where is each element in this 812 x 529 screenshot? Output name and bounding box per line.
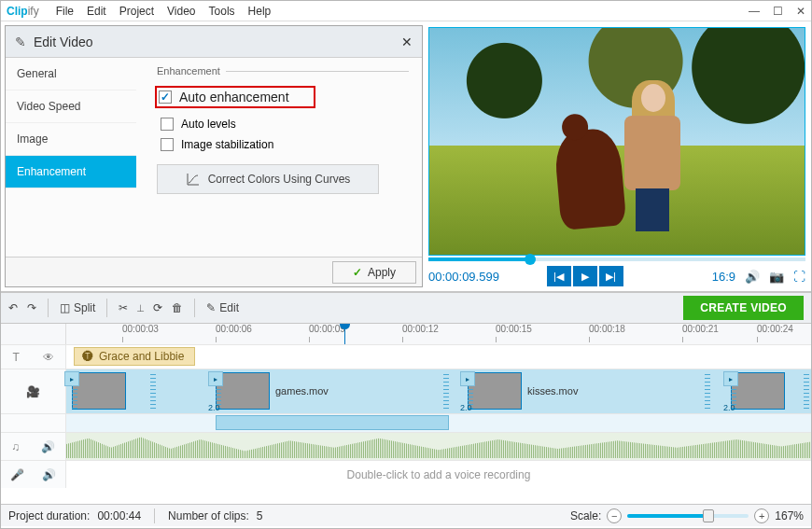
video-clip[interactable]: 2.0 (731, 371, 809, 411)
clip-count-value: 5 (257, 509, 263, 522)
window-maximize-icon[interactable]: ☐ (773, 5, 783, 18)
menu-help[interactable]: Help (248, 5, 272, 18)
auto-levels-label: Auto levels (181, 118, 236, 131)
window-minimize-icon[interactable]: — (749, 5, 760, 18)
menu-edit[interactable]: Edit (87, 5, 106, 18)
tab-general[interactable]: General (6, 58, 136, 90)
panel-tabs: General Video Speed Image Enhancement (6, 58, 136, 257)
zoom-out-button[interactable]: − (607, 508, 622, 523)
project-duration-value: 00:00:44 (97, 509, 141, 522)
menubar: Clipify File Edit Project Video Tools He… (1, 1, 811, 21)
menu-project[interactable]: Project (119, 5, 154, 18)
ruler-tick: 00:00:03 (122, 324, 159, 334)
prev-frame-button[interactable]: |◀ (547, 266, 571, 286)
tab-video-speed[interactable]: Video Speed (6, 90, 136, 123)
title-lane[interactable]: 🅣Grace and Libbie (66, 345, 811, 369)
edit-button[interactable]: ✎ Edit (206, 301, 239, 314)
play-button[interactable]: ▶ (573, 266, 597, 286)
volume-icon[interactable]: 🔊 (745, 270, 760, 284)
rotate-button[interactable]: ⟳ (153, 301, 162, 314)
redo-button[interactable]: ↷ (27, 301, 36, 314)
transition-lane[interactable] (66, 414, 811, 432)
auto-enhancement-label: Auto enhancement (179, 90, 289, 104)
aspect-ratio[interactable]: 16:9 (712, 270, 735, 284)
voice-mute-icon[interactable]: 🔊 (42, 468, 56, 481)
video-track-icon[interactable]: 🎥 (26, 385, 40, 398)
ruler-tick: 00:00:24 (757, 324, 793, 334)
zoom-value: 167% (775, 509, 804, 522)
panel-close-icon[interactable]: ✕ (401, 35, 413, 49)
next-frame-button[interactable]: ▶| (599, 266, 623, 286)
audio-lane[interactable] (66, 433, 811, 460)
video-lane[interactable]: games.mov2.0kisses.mov2.02.0 (66, 369, 811, 413)
crop-button[interactable]: ⟂ (137, 301, 144, 314)
menu-tools[interactable]: Tools (209, 5, 235, 18)
timeline-toolbar: ↶ ↷ ◫ Split ✂ ⟂ ⟳ 🗑 ✎ Edit CREATE VIDEO (1, 292, 811, 324)
menu-file[interactable]: File (56, 5, 74, 18)
scale-label: Scale: (570, 509, 601, 522)
ruler-tick: 00:00:15 (496, 324, 532, 334)
playhead[interactable] (344, 324, 345, 344)
title-clip-icon: 🅣 (82, 350, 93, 363)
window-close-icon[interactable]: ✕ (796, 5, 805, 18)
voice-track-icon[interactable]: 🎤 (10, 468, 24, 481)
text-visibility-icon[interactable]: 👁 (43, 351, 54, 364)
ruler-tick: 00:00:21 (682, 324, 719, 334)
delete-button[interactable]: 🗑 (172, 301, 183, 314)
preview-area: 00:00:09.599 |◀ ▶ ▶| 16:9 🔊 📷 ⛶ (428, 27, 805, 287)
ruler-tick: 00:00:18 (589, 324, 625, 334)
text-track-icon[interactable]: T (12, 351, 19, 364)
undo-button[interactable]: ↶ (8, 301, 18, 314)
ruler-tick: 00:00:12 (402, 324, 439, 334)
pencil-icon: ✎ (15, 35, 26, 49)
preview-timecode: 00:00:09.599 (428, 270, 499, 284)
split-button[interactable]: ◫ Split (60, 301, 95, 314)
edit-video-panel: ✎ Edit Video ✕ General Video Speed Image… (5, 25, 423, 287)
project-duration-label: Project duration: (8, 509, 90, 522)
auto-enhancement-checkbox[interactable] (159, 90, 172, 104)
timeline: 00:00:0300:00:0600:00:0900:00:1200:00:15… (1, 324, 811, 504)
music-track-icon[interactable]: ♫ (11, 440, 20, 453)
title-clip[interactable]: 🅣Grace and Libbie (74, 347, 195, 366)
voice-hint: Double-click to add a voice recording (347, 468, 531, 481)
music-mute-icon[interactable]: 🔊 (41, 440, 55, 453)
snapshot-icon[interactable]: 📷 (769, 270, 784, 284)
correct-colors-curves-button[interactable]: Correct Colors Using Curves (157, 164, 379, 194)
video-clip[interactable]: games.mov2.0 (216, 371, 449, 411)
transition-segment[interactable] (216, 415, 449, 430)
group-title: Enhancement (157, 65, 226, 77)
video-clip[interactable]: kisses.mov2.0 (468, 371, 710, 411)
voice-lane[interactable]: Double-click to add a voice recording (66, 461, 811, 488)
tab-image[interactable]: Image (6, 123, 136, 156)
status-bar: Project duration: 00:00:44 Number of cli… (1, 504, 811, 526)
zoom-in-button[interactable]: + (754, 508, 769, 523)
apply-button[interactable]: ✓Apply (332, 261, 416, 284)
ruler-tick: 00:00:06 (216, 324, 252, 334)
time-ruler[interactable]: 00:00:0300:00:0600:00:0900:00:1200:00:15… (66, 324, 811, 344)
cut-button[interactable]: ✂ (119, 301, 128, 314)
preview-video[interactable] (428, 27, 805, 256)
auto-enhancement-highlight: Auto enhancement (155, 86, 315, 108)
image-stabilization-checkbox[interactable] (161, 138, 174, 151)
panel-title: Edit Video (34, 35, 93, 49)
create-video-button[interactable]: CREATE VIDEO (683, 296, 804, 320)
image-stabilization-label: Image stabilization (181, 138, 273, 151)
auto-levels-checkbox[interactable] (161, 118, 174, 131)
video-clip[interactable] (72, 371, 156, 411)
tab-enhancement[interactable]: Enhancement (6, 156, 136, 188)
menu-video[interactable]: Video (167, 5, 195, 18)
preview-scrubber[interactable] (428, 258, 805, 261)
fullscreen-icon[interactable]: ⛶ (793, 270, 805, 284)
zoom-slider[interactable] (627, 514, 749, 518)
curves-icon (186, 172, 201, 187)
clip-count-label: Number of clips: (168, 509, 249, 522)
app-brand: Clipify (7, 4, 43, 18)
